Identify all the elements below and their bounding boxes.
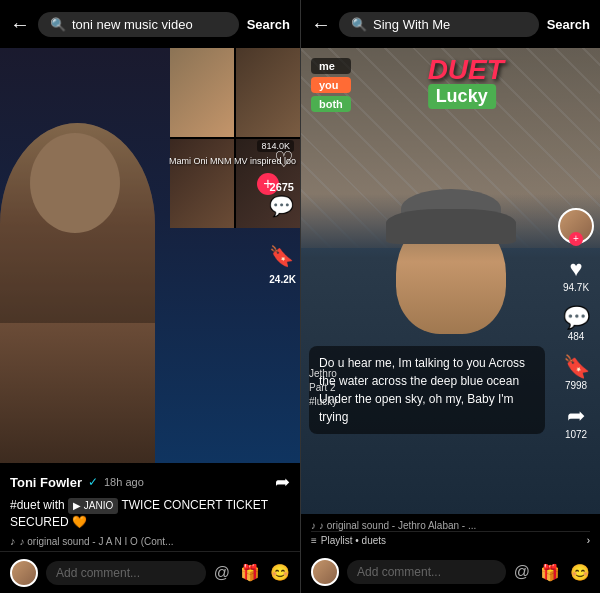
right-video-info: ♪ ♪ original sound - Jethro Alaban - ...… xyxy=(301,514,600,551)
right-search-button[interactable]: Search xyxy=(547,17,590,32)
right-back-button[interactable]: ← xyxy=(311,13,331,36)
playlist-text: ≡ Playlist • duets xyxy=(311,535,386,546)
left-search-query: toni new music video xyxy=(72,17,227,32)
duet-cell-3 xyxy=(170,139,234,228)
right-share-item[interactable]: ➦ 1072 xyxy=(565,405,587,440)
at-icon[interactable]: @ xyxy=(214,564,230,582)
right-share-icon: ➦ xyxy=(567,405,585,427)
lyrics-overlay: Do u hear me, Im talking to you Across t… xyxy=(309,346,545,434)
right-comment-item[interactable]: 💬 484 xyxy=(563,307,590,342)
right-shares-count: 1072 xyxy=(565,429,587,440)
left-panel: ← 🔍 toni new music video Search + xyxy=(0,0,300,593)
left-sound-text: ♪ original sound - J A N I O (Cont... xyxy=(20,536,174,547)
right-bookmark-icon: 🔖 xyxy=(563,356,590,378)
left-video-bg: + 814.0K Mami Oni MNM MV inspired loo ♡ … xyxy=(0,48,300,463)
jethro-caption: Part 2 xyxy=(309,381,337,395)
music-icon: ♪ xyxy=(10,535,16,547)
right-comment-bar: Add comment... @ 🎁 😊 xyxy=(301,551,600,593)
right-at-icon[interactable]: @ xyxy=(514,563,530,581)
label-both[interactable]: both xyxy=(311,96,351,112)
left-video-person xyxy=(0,123,155,463)
left-time-ago: 18h ago xyxy=(104,476,144,488)
jethro-info: Jethro Part 2 #lucky xyxy=(309,367,337,409)
left-search-button[interactable]: Search xyxy=(247,17,290,32)
emoji-icon[interactable]: 😊 xyxy=(270,563,290,582)
right-video-area: DUET Lucky me you both + ♥ 94.7K xyxy=(301,48,600,514)
right-comment-avatar xyxy=(311,558,339,586)
right-side-actions: + ♥ 94.7K 💬 484 🔖 7998 ➦ 1072 xyxy=(558,208,594,440)
jethro-username[interactable]: Jethro xyxy=(309,367,337,381)
left-caption: #duet with ▶ JANIO TWICE CONCERT TICKET … xyxy=(10,497,290,531)
right-search-input-wrap[interactable]: 🔍 Sing With Me xyxy=(339,12,539,37)
left-video-info: Toni Fowler ✓ 18h ago ➦ #duet with ▶ JAN… xyxy=(0,463,300,551)
left-comment-bar: Add comment... @ 🎁 😊 xyxy=(0,551,300,593)
duet-cell-1 xyxy=(170,48,234,137)
right-search-query: Sing With Me xyxy=(373,17,527,32)
right-sound-text: ♪ original sound - Jethro Alaban - ... xyxy=(319,520,476,531)
left-comment-actions: @ 🎁 😊 xyxy=(214,563,290,582)
right-sound-line: ♪ ♪ original sound - Jethro Alaban - ... xyxy=(311,520,590,531)
chevron-icon: › xyxy=(587,535,590,546)
left-bookmark-count: 24.2K xyxy=(269,274,296,285)
duet-word: DUET xyxy=(428,56,504,84)
left-search-input-wrap[interactable]: 🔍 toni new music video xyxy=(38,12,239,37)
playlist-label: Playlist • duets xyxy=(321,535,386,546)
left-caption-text: #duet with xyxy=(10,498,68,512)
left-user-avatar xyxy=(10,559,38,587)
right-comments-count: 484 xyxy=(568,331,585,342)
playlist-line: ≡ Playlist • duets › xyxy=(311,531,590,549)
left-comment-icon[interactable]: 💬 xyxy=(269,194,294,218)
back-button[interactable]: ← xyxy=(10,13,30,36)
duet-labels: me you both xyxy=(311,58,351,112)
lucky-word: Lucky xyxy=(428,84,496,109)
left-sound-line: ♪ ♪ original sound - J A N I O (Cont... xyxy=(10,535,290,547)
janio-tag[interactable]: ▶ JANIO xyxy=(68,498,118,514)
left-verified-badge: ✓ xyxy=(88,475,98,489)
right-panel: ← 🔍 Sing With Me Search DUET Lucky xyxy=(300,0,600,593)
label-me[interactable]: me xyxy=(311,58,351,74)
lyrics-text: Do u hear me, Im talking to you Across t… xyxy=(319,354,535,426)
left-username[interactable]: Toni Fowler xyxy=(10,475,82,490)
playlist-icon: ≡ xyxy=(311,535,317,546)
left-user-line: Toni Fowler ✓ 18h ago ➦ xyxy=(10,471,290,493)
left-search-bar: ← 🔍 toni new music video Search xyxy=(0,0,300,48)
right-avatar-item: + xyxy=(558,208,594,244)
right-heart-item[interactable]: ♥ 94.7K xyxy=(563,258,589,293)
jethro-hashtag: #lucky xyxy=(309,395,337,409)
right-gift-icon[interactable]: 🎁 xyxy=(540,563,560,582)
right-likes-count: 94.7K xyxy=(563,282,589,293)
left-comment-input[interactable]: Add comment... xyxy=(46,561,206,585)
duet-text-overlay: DUET Lucky xyxy=(428,56,504,109)
gift-icon[interactable]: 🎁 xyxy=(240,563,260,582)
left-heart-icon[interactable]: ♡ xyxy=(274,147,294,173)
right-comment-icon: 💬 xyxy=(563,307,590,329)
person-head xyxy=(396,214,506,334)
right-emoji-icon[interactable]: 😊 xyxy=(570,563,590,582)
duet-cell-2 xyxy=(236,48,300,137)
right-search-bar: ← 🔍 Sing With Me Search xyxy=(301,0,600,48)
label-you[interactable]: you xyxy=(311,77,351,93)
right-plus-badge: + xyxy=(569,232,583,246)
search-icon: 🔍 xyxy=(50,17,66,32)
right-search-icon: 🔍 xyxy=(351,17,367,32)
left-comment-count: 2675 xyxy=(270,181,294,193)
right-comment-input[interactable]: Add comment... xyxy=(347,560,506,584)
right-comment-actions: @ 🎁 😊 xyxy=(514,563,590,582)
right-bookmarks-count: 7998 xyxy=(565,380,587,391)
left-share-icon[interactable]: ➦ xyxy=(275,471,290,493)
right-music-icon: ♪ xyxy=(311,520,316,531)
right-heart-icon: ♥ xyxy=(569,258,582,280)
right-video-bg: DUET Lucky me you both + ♥ 94.7K xyxy=(301,48,600,514)
cap-brim xyxy=(386,209,516,244)
left-bookmark-icon[interactable]: 🔖 xyxy=(269,244,294,268)
right-user-avatar[interactable]: + xyxy=(558,208,594,244)
right-bookmark-item[interactable]: 🔖 7998 xyxy=(563,356,590,391)
left-video-area: + 814.0K Mami Oni MNM MV inspired loo ♡ … xyxy=(0,48,300,463)
